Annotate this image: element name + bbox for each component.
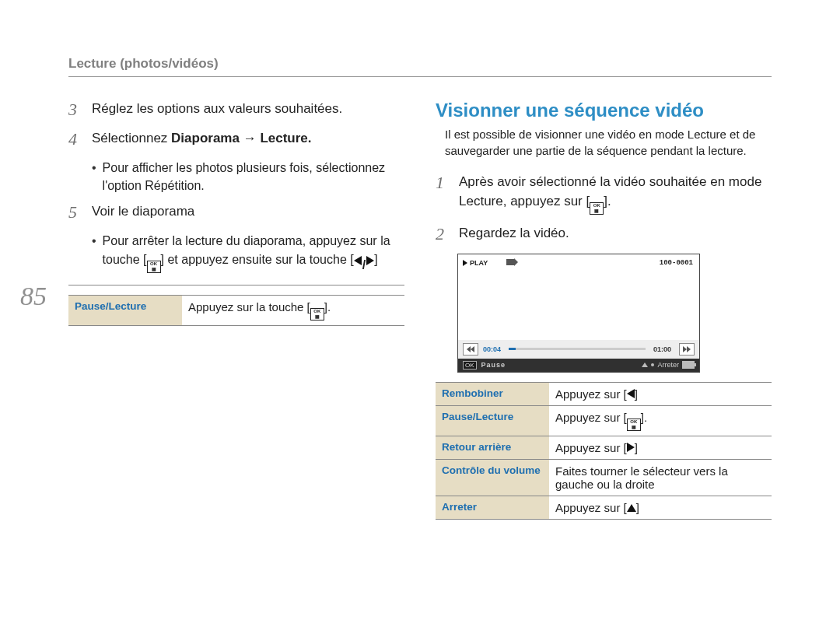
right-column: Visionner une séquence vidéo Il est poss…: [436, 100, 772, 520]
table-val: Faites tourner le sélecteur vers la gauc…: [549, 459, 772, 496]
step-5-bullet: • Pour arrêter la lecture du diaporama, …: [92, 232, 404, 273]
status-right: Arreter: [642, 361, 695, 369]
text: Appuyez sur la touche [: [188, 300, 310, 313]
table-row: Contrôle du volume Faites tourner le sél…: [436, 459, 772, 496]
controls-table-right: Rembobiner Appuyez sur [] Pause/Lecture …: [436, 382, 772, 520]
text: ]: [636, 501, 639, 514]
manual-page: Lecture (photos/vidéos) 85 3 Réglez les …: [0, 0, 840, 634]
table-key: Pause/Lecture: [436, 405, 549, 436]
table-row: Rembobiner Appuyez sur []: [436, 382, 772, 405]
video-progress-bar: 00:04 01:00: [458, 340, 699, 359]
sound-icon: [506, 259, 514, 267]
up-arrow-icon: [627, 504, 636, 512]
step-number: 4: [68, 129, 82, 149]
text: ] et appuyez ensuite sur la touche [: [161, 253, 354, 266]
text: Appuyez sur [: [555, 501, 627, 514]
table-row: Pause/Lecture Appuyez sur la touche [OK▦…: [68, 295, 404, 325]
ok-icon: OK▦: [147, 261, 161, 273]
left-arrow-icon: [627, 389, 635, 398]
left-right-arrow-icon: /: [354, 256, 374, 274]
video-preview: PLAY 100-0001 00:04 01:00 OK Pause: [457, 254, 700, 373]
time-total: 01:00: [653, 345, 671, 353]
table-val: Appuyez sur la touche [OK▦].: [182, 295, 404, 325]
text: .: [201, 179, 204, 192]
ok-icon: OK▦: [627, 419, 641, 431]
table-val: Appuyez sur [OK▦].: [549, 405, 772, 436]
step-number: 5: [68, 202, 82, 222]
text: Appuyez sur [: [555, 441, 627, 454]
text-bold: Diaporama → Lecture.: [171, 131, 311, 145]
play-label: PLAY: [470, 259, 488, 267]
text: ]: [635, 387, 638, 401]
forward-button-icon: [679, 343, 695, 356]
content-columns: 3 Réglez les options aux valeurs souhait…: [68, 100, 772, 520]
page-number: 85: [20, 282, 47, 311]
table-val: Appuyez sur []: [549, 436, 772, 459]
rewind-button-icon: [463, 343, 478, 356]
table-row: Pause/Lecture Appuyez sur [OK▦].: [436, 405, 772, 436]
controls-table-left: Pause/Lecture Appuyez sur la touche [OK▦…: [68, 295, 404, 326]
ok-icon: OK▦: [590, 202, 604, 215]
step-text: Voir le diaporama: [92, 202, 194, 222]
step-4: 4 Sélectionnez Diaporama → Lecture.: [68, 129, 404, 149]
pause-label: Pause: [481, 361, 506, 369]
play-indicator: PLAY: [463, 259, 488, 267]
table-key: Rembobiner: [436, 382, 549, 405]
video-screen: PLAY 100-0001: [458, 254, 699, 340]
section-title: Visionner une séquence vidéo: [436, 100, 772, 121]
video-status-bar: OK Pause Arreter: [458, 359, 699, 372]
bullet-dot: •: [92, 232, 96, 273]
text: Appuyez sur [: [555, 411, 627, 424]
step-number: 2: [436, 224, 450, 244]
table-val: Appuyez sur []: [549, 382, 772, 405]
ok-badge: OK: [463, 361, 477, 370]
up-arrow-icon: [642, 363, 648, 367]
text: ].: [641, 411, 647, 424]
step-4-bullet: • Pour afficher les photos plusieurs foi…: [92, 159, 404, 194]
table-key: Pause/Lecture: [68, 295, 182, 325]
text: ]: [635, 441, 638, 454]
divider: [68, 285, 404, 285]
step-text: Sélectionnez Diaporama → Lecture.: [92, 129, 312, 149]
play-icon: [463, 260, 467, 266]
step-1: 1 Après avoir sélectionné la vidéo souha…: [436, 173, 772, 215]
step-5: 5 Voir le diaporama: [68, 202, 404, 222]
battery-icon: [682, 361, 695, 369]
bullet-dot: •: [92, 159, 96, 194]
text: ].: [604, 194, 611, 208]
bullet-text: Pour arrêter la lecture du diaporama, ap…: [103, 232, 404, 273]
table-row: Retour arrière Appuyez sur []: [436, 436, 772, 459]
step-text: Regardez la vidéo.: [459, 224, 569, 244]
text: Appuyez sur [: [555, 387, 627, 401]
table-key: Retour arrière: [436, 436, 549, 459]
left-column: 3 Réglez les options aux valeurs souhait…: [68, 100, 404, 520]
page-header: Lecture (photos/vidéos): [68, 56, 772, 77]
step-text: Après avoir sélectionné la vidéo souhait…: [459, 173, 772, 215]
bullet-text: Pour afficher les photos plusieurs fois,…: [103, 159, 404, 194]
right-arrow-icon: [627, 443, 635, 452]
table-val: Appuyez sur []: [549, 496, 772, 519]
breadcrumb: Lecture (photos/vidéos): [68, 56, 219, 71]
text: ].: [324, 300, 331, 313]
file-id: 100-0001: [660, 259, 693, 267]
table-key: Arreter: [436, 496, 549, 519]
stop-label: Arreter: [657, 361, 679, 369]
step-number: 3: [68, 100, 82, 120]
step-2: 2 Regardez la vidéo.: [436, 224, 772, 244]
ok-icon: OK▦: [310, 308, 324, 321]
step-3: 3 Réglez les options aux valeurs souhait…: [68, 100, 404, 120]
progress-track: [509, 348, 646, 350]
time-current: 00:04: [483, 345, 501, 353]
section-intro: Il est possible de visionner une vidéo e…: [445, 126, 772, 159]
table-key: Contrôle du volume: [436, 459, 549, 496]
text-bold: Répétition: [145, 179, 201, 192]
step-text: Réglez les options aux valeurs souhaitée…: [92, 100, 342, 120]
dot-icon: [651, 363, 654, 366]
text: Sélectionnez: [92, 131, 171, 145]
text: ]: [374, 253, 377, 266]
step-number: 1: [436, 173, 450, 215]
table-row: Arreter Appuyez sur []: [436, 496, 772, 519]
